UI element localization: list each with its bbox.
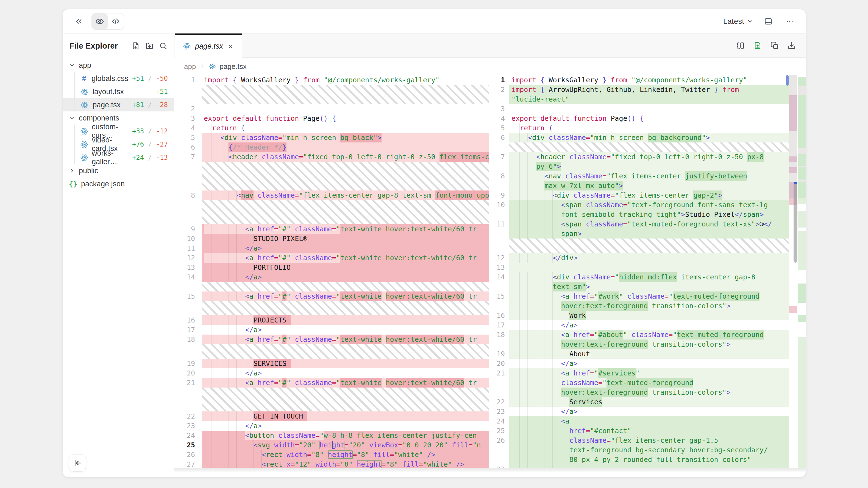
code-line[interactable]: {/* Header */} <box>202 142 489 152</box>
code-line[interactable]: GET IN TOUCH <box>202 412 489 421</box>
new-folder-icon[interactable] <box>145 42 154 50</box>
code-line[interactable]: href="#contact" <box>509 426 789 435</box>
code-line[interactable]: <a href="#" className="text-white hover:… <box>202 253 489 263</box>
code-line[interactable]: hover:text-foreground transition-colors"… <box>509 388 789 397</box>
code-line[interactable]: </a> <box>509 407 789 416</box>
sidebar-item-app[interactable]: app <box>63 59 174 72</box>
code-line[interactable]: <a href="#about" className="text-muted-f… <box>509 330 789 339</box>
code-line[interactable]: <span className="text-foreground font-sa… <box>509 200 789 210</box>
code-line[interactable]: <header className="fixed top-0 left-0 ri… <box>202 152 489 162</box>
code-line[interactable]: <rect width="8" height="8" fill="white" … <box>202 450 489 459</box>
code-line[interactable]: <div className="hidden md:flex items-cen… <box>509 272 789 282</box>
code-line[interactable]: PORTFOLIO <box>202 263 489 272</box>
code-line[interactable]: import { WorksGallery } from "@/componen… <box>202 75 489 85</box>
code-line[interactable]: <a href="#" className="text-white hover:… <box>202 378 489 388</box>
code-line[interactable]: className="flex items-center gap-1.5 <box>509 435 789 445</box>
tab-page-tsx[interactable]: page.tsx <box>175 33 242 58</box>
code-line[interactable]: text-foreground bg-secondary hover:bg-se… <box>509 445 789 455</box>
code-line[interactable]: <a <box>509 416 789 426</box>
code-line[interactable]: STUDIO PIXEL® <box>202 234 489 243</box>
code-row: 25 href="#contact" <box>489 426 789 435</box>
preview-eye-icon[interactable] <box>92 13 108 29</box>
collapse-panel-icon[interactable] <box>72 15 86 28</box>
code-line[interactable] <box>509 263 789 272</box>
code-line[interactable]: <div className="min-h-screen bg-black"> <box>202 133 489 142</box>
code-line[interactable]: 80 px-4 py-2 rounded-full transition-col… <box>509 455 789 464</box>
code-line[interactable]: <nav className="flex items-center gap-8 … <box>202 191 489 200</box>
code-line[interactable]: <div className="flex items-center gap-2"… <box>509 191 789 200</box>
code-line[interactable]: <rect x="12" width="8" height="8" fill="… <box>202 459 489 468</box>
scrollbar-thumb-right[interactable] <box>786 75 788 86</box>
horizontal-scrollbar[interactable] <box>174 468 806 471</box>
search-icon[interactable] <box>159 42 167 50</box>
code-view-icon[interactable] <box>108 13 124 29</box>
minimap-new-column[interactable] <box>798 75 806 468</box>
close-icon[interactable] <box>227 43 234 50</box>
code-line[interactable]: <button className="w-8 h-8 flex items-ce… <box>202 431 489 440</box>
code-line[interactable]: hover:text-foreground transition-colors"… <box>509 339 789 349</box>
code-line[interactable]: max-w-7xl mx-auto"> <box>509 181 789 191</box>
code-line[interactable]: <a href="#" className="text-white hover:… <box>202 334 489 344</box>
code-line[interactable]: <nav className="flex items-center justif… <box>509 171 789 181</box>
code-line[interactable]: <a href="#work" className="text-muted-fo… <box>509 291 789 301</box>
code-line[interactable]: import { WorksGallery } from "@/componen… <box>509 75 789 85</box>
code-line[interactable]: Services <box>509 397 789 407</box>
code-line[interactable]: </a> <box>202 368 489 378</box>
code-line[interactable] <box>202 104 489 113</box>
code-line[interactable]: > <box>509 464 789 468</box>
sidebar-item-layouttsx[interactable]: layout.tsx+51 <box>63 85 174 98</box>
copy-icon[interactable] <box>771 41 779 50</box>
code-line[interactable]: py-6"> <box>509 162 789 171</box>
code-line[interactable]: </a> <box>202 272 489 282</box>
code-line[interactable]: text-sm"> <box>509 282 789 291</box>
panel-bottom-icon[interactable] <box>762 15 775 28</box>
code-line[interactable]: hover:text-foreground transition-colors"… <box>509 301 789 311</box>
code-line[interactable]: <span className="text-muted-foreground t… <box>509 219 789 229</box>
code-line[interactable]: </a> <box>202 325 489 334</box>
code-line[interactable]: className="text-muted-foreground <box>509 378 789 388</box>
code-line[interactable]: return ( <box>509 123 789 133</box>
code-line[interactable]: </a> <box>509 320 789 330</box>
code-line[interactable]: <a href="#" className="text-white hover:… <box>202 291 489 301</box>
code-line[interactable]: <a href="#" className="text-white hover:… <box>202 224 489 234</box>
code-line[interactable]: import { ArrowUpRight, Github, Linkedin,… <box>509 85 789 94</box>
code-line[interactable]: Work <box>509 311 789 320</box>
code-line[interactable]: SERVICES <box>202 359 489 368</box>
code-line[interactable]: <header className="fixed top-0 left-0 ri… <box>509 152 789 162</box>
line-number <box>489 94 509 104</box>
collapse-explorer-button[interactable] <box>69 455 86 471</box>
code-line[interactable]: </a> <box>509 359 789 368</box>
diff-minimap[interactable] <box>789 75 806 468</box>
code-line[interactable]: <svg width="20" height="20" viewBox="0 0… <box>202 440 489 450</box>
code-line[interactable]: export default function Page() { <box>202 113 489 123</box>
version-dropdown[interactable]: Latest <box>723 17 753 26</box>
code-line[interactable]: return ( <box>202 123 489 133</box>
code-line[interactable]: font-semibold tracking-tight">Studio Pix… <box>509 210 789 219</box>
code-line[interactable]: </a> <box>202 421 489 431</box>
minimap-old-column[interactable] <box>789 75 797 468</box>
code-line[interactable]: </a> <box>202 243 489 253</box>
breadcrumb-folder[interactable]: app <box>184 62 196 71</box>
file-diff-icon[interactable] <box>753 41 762 50</box>
sidebar-item-pagetsx[interactable]: page.tsx+81 / -28 <box>63 98 174 111</box>
split-view-icon[interactable] <box>737 41 745 50</box>
scrollbar-thumb-left[interactable] <box>794 184 797 263</box>
new-file-icon[interactable] <box>131 42 140 50</box>
sidebar-item-public[interactable]: public <box>63 164 174 177</box>
code-line[interactable] <box>509 104 789 113</box>
code-line[interactable]: PROJECTS <box>202 315 489 325</box>
sidebar-item-packagejson[interactable]: {}package.json <box>63 177 174 191</box>
code-line[interactable]: "lucide-react" <box>509 94 789 104</box>
code-line[interactable]: <div className="min-h-screen bg-backgrou… <box>509 133 789 142</box>
code-line[interactable]: span> <box>509 229 789 238</box>
breadcrumb-file[interactable]: page.tsx <box>219 62 246 71</box>
ellipsis-icon[interactable] <box>783 15 796 28</box>
sidebar-item-globalscss[interactable]: #globals.css+51 / -50 <box>63 72 174 85</box>
download-icon[interactable] <box>787 41 796 50</box>
code-line[interactable]: <a href="#services" <box>509 368 789 378</box>
code-line[interactable]: About <box>509 349 789 359</box>
line-number: 2 <box>174 104 202 113</box>
code-line[interactable]: export default function Page() { <box>509 113 789 123</box>
code-line[interactable]: </div> <box>509 253 789 263</box>
sidebar-item-works-galler[interactable]: works-galler…+24 / -13 <box>63 151 174 164</box>
